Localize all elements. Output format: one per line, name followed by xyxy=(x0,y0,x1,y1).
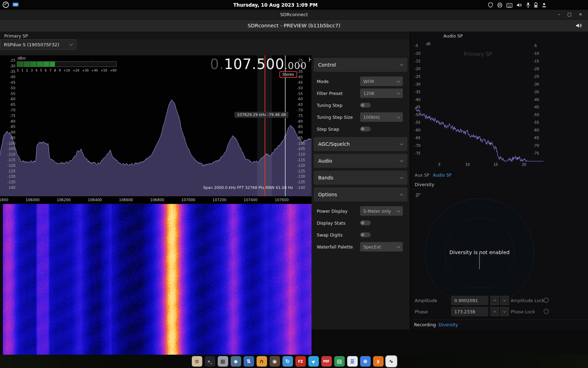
close-button[interactable]: × xyxy=(579,12,582,17)
mode-label: Mode xyxy=(317,79,329,84)
tuning-step-size-select[interactable]: 100kHz xyxy=(360,113,403,122)
s-meter-tick: S xyxy=(17,69,19,72)
phase-increment-button[interactable] xyxy=(490,307,499,316)
volume-icon[interactable] xyxy=(516,2,522,9)
phase-lock-toggle[interactable] xyxy=(544,309,549,314)
amplitude-increment-button[interactable] xyxy=(490,296,499,305)
phase-decrement-button[interactable] xyxy=(500,307,509,316)
db-axis-label: -55 xyxy=(533,121,539,124)
terminal-glyph: >_ xyxy=(208,360,212,363)
swap-digits-toggle[interactable] xyxy=(360,232,371,237)
db-axis-label: -65 xyxy=(297,103,303,107)
db-axis-label: -85 xyxy=(297,125,303,129)
db-axis-label: -105 xyxy=(7,147,15,151)
db-axis-label: -25 xyxy=(415,74,420,78)
db-axis-label: -130 xyxy=(7,175,15,178)
db-axis-label: -45 xyxy=(533,105,539,109)
chevron-up-icon xyxy=(400,64,404,67)
s-meter-tick: +50 xyxy=(100,69,107,72)
tuning-step-size-row: Tuning Step Size 100kHz xyxy=(314,111,407,123)
db-axis-label: -40 xyxy=(10,75,15,79)
filter-preset-select[interactable]: 120K xyxy=(360,89,403,98)
amplitude-row: Amplitude 0.9002091 Amplitude Lock xyxy=(414,296,586,305)
waterfall-palette-label: Waterfall Palette xyxy=(317,244,353,250)
section-options[interactable]: Options xyxy=(314,188,407,202)
db-axis-label: -30 xyxy=(415,82,420,86)
shield-icon[interactable] xyxy=(488,2,493,9)
file-manager-icon[interactable]: ≡ xyxy=(192,356,202,367)
printer-icon[interactable] xyxy=(497,2,503,9)
audio-db-axis-left: -5-10-15-20-25-30-35-40-45-50-55-60-65-7… xyxy=(415,39,424,163)
pdf-viewer-icon[interactable]: PDF xyxy=(321,356,332,367)
db-axis-label: -50 xyxy=(415,113,420,117)
chevron-down-icon xyxy=(397,209,400,212)
display-stats-toggle[interactable] xyxy=(360,220,371,225)
db-axis-label: -50 xyxy=(533,113,539,117)
sdrconnect-icon[interactable]: ∿ xyxy=(386,356,397,367)
section-agc-squelch[interactable]: AGC/Squelch xyxy=(314,137,407,151)
libreoffice-writer-icon[interactable]: ≣ xyxy=(347,356,358,367)
amplitude-field[interactable]: 0.9002091 xyxy=(451,296,488,305)
section-audio[interactable]: Audio xyxy=(314,154,407,168)
microphone-icon[interactable] xyxy=(526,2,530,9)
db-axis-label: -80 xyxy=(10,119,15,123)
waterfall-palette-select[interactable]: SpecExt xyxy=(360,242,403,252)
amplitude-decrement-button[interactable] xyxy=(500,296,509,305)
step-snap-toggle[interactable] xyxy=(360,127,371,131)
filezilla-icon[interactable]: FZ xyxy=(295,356,306,367)
mode-select[interactable]: WFM xyxy=(360,77,403,86)
web-browser-icon[interactable]: ⊕ xyxy=(360,356,371,367)
system-settings-icon[interactable]: ◆ xyxy=(231,356,241,367)
db-axis-label: -15 xyxy=(415,59,420,63)
audio-player-glyph: ∩ xyxy=(259,358,264,364)
frequency-axis-label: 107200 xyxy=(212,198,226,202)
section-control[interactable]: Control xyxy=(314,58,407,72)
frequency-main[interactable]: 107.500 xyxy=(224,56,284,72)
s-meter-tick: +10 xyxy=(63,69,70,72)
clock[interactable]: Thursday, 10 Aug 2023 1:09 PM xyxy=(0,2,551,8)
tuning-step-row: Tuning Step xyxy=(314,99,407,111)
audio-player-icon[interactable]: ∩ xyxy=(257,356,267,367)
user-icon[interactable] xyxy=(541,2,547,9)
waterfall-display[interactable] xyxy=(3,204,312,355)
terminal-icon[interactable]: >_ xyxy=(205,356,215,367)
frequency-axis-label: 106600 xyxy=(119,198,133,202)
phase-field[interactable]: 173.2338 xyxy=(451,307,488,316)
amplitude-lock-toggle[interactable] xyxy=(544,298,549,303)
tab-diversity[interactable]: Diversity xyxy=(439,322,458,327)
maximize-button[interactable]: □ xyxy=(567,12,572,17)
device-select[interactable]: RSPduo S (1905075F32) xyxy=(0,39,76,50)
battery-icon[interactable] xyxy=(534,2,538,9)
chevron-up-icon xyxy=(493,311,496,313)
db-axis-label: -130 xyxy=(297,175,305,178)
torrent-client-icon[interactable]: ↻ xyxy=(282,356,293,367)
tab-recording[interactable]: Recording xyxy=(414,322,436,327)
firefox-icon[interactable]: ◗ xyxy=(373,356,384,367)
telegram-icon[interactable]: ▶ xyxy=(308,356,319,367)
tuning-cursor-line[interactable] xyxy=(265,55,265,196)
cursor-tooltip: 107629.29 kHz -79.46 dB xyxy=(234,112,288,118)
db-axis-label: -10 xyxy=(533,51,539,55)
keyboard-icon[interactable] xyxy=(506,2,512,9)
diversity-menu-icon[interactable] xyxy=(415,192,421,199)
frequency-readout[interactable]: 0. 107.500 .000 Hz xyxy=(210,56,315,74)
audio-watermark: Primary SP xyxy=(464,51,492,57)
download-manager-icon[interactable]: ⇅ xyxy=(244,356,254,367)
db-axis-label: -45 xyxy=(415,105,420,109)
tab-aux-sp[interactable]: Aux SP xyxy=(415,173,429,178)
window-titlebar[interactable]: SDRconnect – □ × xyxy=(0,10,588,20)
frequency-decimals[interactable]: .000 xyxy=(285,60,307,71)
audio-db-axis-right: -5-10-15-20-25-30-35-40-45-50-55-60-65-7… xyxy=(533,39,544,163)
frequency-axis-label: 106400 xyxy=(88,198,102,202)
calculator-icon[interactable]: ▦ xyxy=(218,356,228,367)
power-display-select[interactable]: S-Meter only xyxy=(360,206,403,216)
s-meter-tick: 9 xyxy=(59,69,61,72)
minimize-button[interactable]: – xyxy=(558,12,560,17)
tab-audio-sp[interactable]: Audio SP xyxy=(433,173,451,178)
mute-speaker-icon[interactable] xyxy=(575,22,582,30)
libreoffice-calc-icon[interactable]: ▤ xyxy=(334,356,345,367)
tuning-step-toggle[interactable] xyxy=(360,103,371,108)
section-bands[interactable]: Bands xyxy=(314,171,407,185)
gimp-icon[interactable]: ◉ xyxy=(270,356,280,367)
db-axis-label: -110 xyxy=(297,152,305,156)
